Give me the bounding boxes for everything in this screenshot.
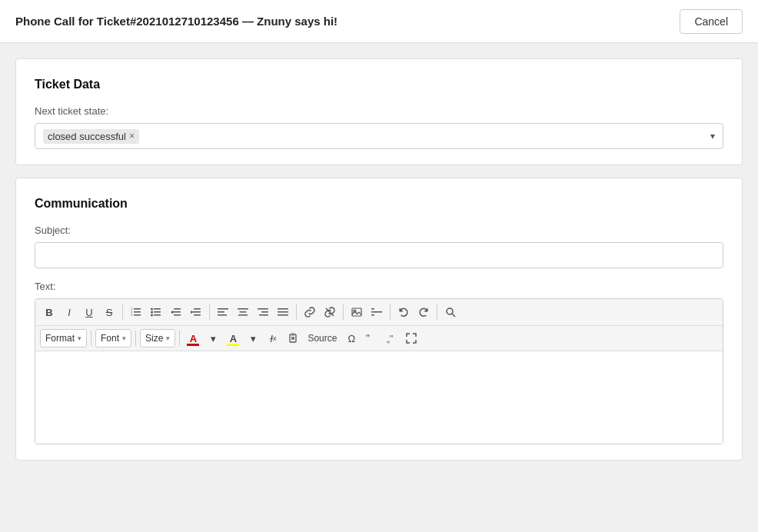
blockquote-button[interactable]: "	[362, 329, 381, 347]
content-area: Ticket Data Next ticket state: closed su…	[0, 43, 758, 488]
separator-8	[135, 331, 136, 346]
format-dropdown[interactable]: Format ▾	[40, 329, 87, 347]
svg-line-32	[326, 308, 334, 316]
format-label: Format	[45, 333, 75, 344]
bg-color-button[interactable]: A	[224, 329, 242, 347]
omega-icon: Ω	[348, 333, 356, 344]
unlink-button[interactable]	[321, 303, 339, 321]
align-left-button[interactable]	[214, 303, 232, 321]
svg-rect-21	[218, 311, 224, 313]
svg-rect-11	[154, 314, 161, 316]
svg-rect-29	[278, 308, 288, 310]
outdent-button[interactable]	[167, 303, 185, 321]
separator-6	[437, 304, 437, 320]
svg-rect-31	[278, 314, 288, 316]
indent-button[interactable]	[187, 303, 205, 321]
svg-rect-13	[172, 311, 181, 313]
communication-title: Communication	[35, 197, 723, 211]
svg-rect-23	[238, 308, 248, 310]
svg-rect-0	[134, 308, 141, 310]
strikethrough-button[interactable]: S	[100, 303, 118, 321]
separator-4	[343, 304, 344, 320]
separator-3	[296, 304, 297, 320]
toolbar-row-2: Format ▾ Font ▾ Size ▾ A	[35, 326, 723, 351]
ordered-list-button[interactable]: 123	[127, 303, 145, 321]
unordered-list-button[interactable]	[147, 303, 165, 321]
svg-text:": "	[366, 333, 370, 344]
svg-marker-19	[191, 311, 193, 314]
svg-rect-2	[134, 314, 141, 316]
next-state-select[interactable]: closed successful × ▾	[35, 123, 723, 149]
bold-button[interactable]: B	[40, 303, 58, 321]
communication-card: Communication Subject: Text: B I U S 123	[15, 178, 743, 461]
format-dropdown-arrow: ▾	[78, 334, 81, 342]
editor-body[interactable]	[35, 351, 723, 444]
state-tag-close[interactable]: ×	[129, 131, 135, 141]
svg-rect-9	[154, 311, 161, 313]
underline-button[interactable]: U	[80, 303, 98, 321]
svg-rect-12	[174, 308, 181, 310]
select-field-inner: closed successful ×	[43, 129, 139, 144]
chevron-down-icon: ▾	[710, 131, 715, 141]
svg-rect-17	[192, 311, 201, 313]
svg-text:„": „"	[387, 334, 393, 344]
clear-format-button[interactable]: Ix	[264, 329, 282, 347]
svg-marker-15	[171, 311, 173, 314]
svg-rect-41	[291, 334, 294, 335]
source-label: Source	[308, 333, 337, 344]
svg-rect-14	[174, 314, 181, 316]
separator-9	[179, 331, 180, 346]
text-editor: B I U S 123	[35, 298, 723, 444]
text-label: Text:	[35, 281, 723, 292]
undo-button[interactable]	[394, 303, 413, 321]
svg-rect-7	[154, 308, 161, 310]
svg-rect-1	[134, 311, 141, 313]
expand-button[interactable]	[402, 329, 421, 347]
font-color-bar	[187, 344, 199, 346]
source-button[interactable]: Source	[304, 329, 341, 347]
separator-1	[122, 304, 123, 320]
justify-button[interactable]	[274, 303, 292, 321]
italic-button[interactable]: I	[60, 303, 78, 321]
svg-rect-28	[259, 314, 268, 316]
paste-text-button[interactable]	[284, 329, 302, 347]
bg-color-dropdown-btn[interactable]: ▾	[244, 329, 262, 347]
svg-rect-25	[238, 314, 248, 316]
bg-color-icon: A	[230, 333, 237, 344]
svg-point-6	[151, 308, 153, 311]
state-tag-label: closed successful	[48, 131, 126, 142]
svg-point-10	[151, 314, 153, 317]
align-right-button[interactable]	[254, 303, 272, 321]
subject-input[interactable]	[35, 242, 723, 268]
ticket-data-title: Ticket Data	[35, 78, 723, 91]
svg-rect-16	[194, 308, 201, 310]
font-dropdown[interactable]: Font ▾	[95, 329, 131, 347]
svg-rect-26	[258, 308, 268, 310]
top-bar: Phone Call for Ticket#2021012710123456 —…	[0, 0, 758, 43]
size-dropdown-arrow: ▾	[166, 334, 170, 342]
special-chars-button[interactable]: Ω	[342, 329, 361, 347]
separator-2	[209, 304, 210, 320]
svg-rect-24	[240, 311, 247, 313]
align-center-button[interactable]	[234, 303, 252, 321]
font-color-dropdown-btn[interactable]: ▾	[204, 329, 222, 347]
redo-button[interactable]	[414, 303, 433, 321]
font-label: Font	[101, 333, 119, 344]
next-state-label: Next ticket state:	[35, 105, 723, 117]
svg-rect-36	[371, 308, 374, 310]
size-label: Size	[145, 333, 163, 344]
find-button[interactable]	[441, 303, 460, 321]
state-tag: closed successful ×	[43, 129, 139, 144]
size-dropdown[interactable]: Size ▾	[140, 329, 175, 347]
svg-rect-30	[278, 311, 288, 313]
font-dropdown-arrow: ▾	[122, 334, 126, 342]
subject-label: Subject:	[35, 224, 723, 236]
cancel-button[interactable]: Cancel	[680, 9, 743, 34]
quote-button[interactable]: „"	[382, 329, 401, 347]
separator-7	[91, 331, 91, 346]
svg-rect-27	[261, 311, 268, 313]
image-button[interactable]	[347, 303, 366, 321]
link-button[interactable]	[301, 303, 319, 321]
hr-button[interactable]	[367, 303, 386, 321]
font-color-button[interactable]: A	[184, 329, 202, 347]
